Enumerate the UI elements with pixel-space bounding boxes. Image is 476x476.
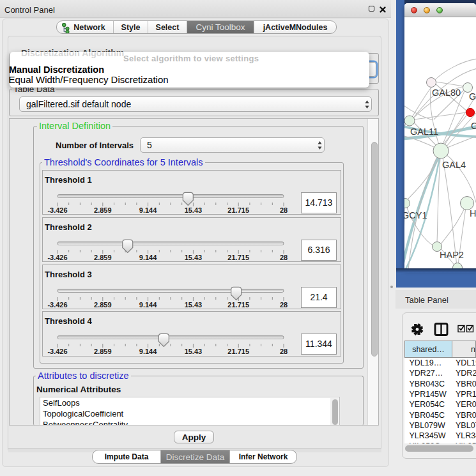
svg-text:9.144: 9.144 (139, 301, 157, 309)
svg-text:C: C (471, 121, 476, 131)
svg-text:21.715: 21.715 (227, 206, 249, 214)
svg-text:28: 28 (280, 254, 288, 261)
svg-text:-3.426: -3.426 (47, 206, 67, 214)
svg-text:15.43: 15.43 (185, 254, 203, 261)
svg-text:21.715: 21.715 (227, 348, 249, 355)
svg-text:-3.426: -3.426 (47, 301, 67, 309)
svg-text:9.144: 9.144 (139, 348, 157, 355)
svg-text:9.144: 9.144 (139, 206, 157, 214)
svg-text:2.859: 2.859 (94, 301, 112, 309)
svg-text:15.43: 15.43 (185, 206, 203, 214)
svg-text:-3.426: -3.426 (47, 254, 67, 261)
svg-text:9.144: 9.144 (139, 254, 157, 261)
svg-text:2.859: 2.859 (94, 206, 112, 214)
svg-text:15.43: 15.43 (185, 301, 203, 309)
svg-text:-3.426: -3.426 (47, 348, 67, 355)
svg-text:GA: GA (469, 91, 476, 102)
svg-text:28: 28 (280, 348, 288, 355)
svg-text:28: 28 (280, 206, 288, 214)
svg-text:GAL11: GAL11 (410, 127, 438, 137)
svg-text:2.859: 2.859 (94, 348, 112, 355)
svg-text:15.43: 15.43 (185, 348, 203, 355)
svg-text:GAL4: GAL4 (442, 160, 466, 170)
svg-text:2.859: 2.859 (94, 254, 112, 261)
svg-text:GAL80: GAL80 (432, 88, 461, 98)
svg-text:21.715: 21.715 (227, 301, 249, 309)
svg-text:H: H (470, 208, 476, 219)
svg-text:HAP2: HAP2 (440, 250, 464, 260)
svg-text:GCY1: GCY1 (404, 210, 427, 220)
svg-text:21.715: 21.715 (227, 254, 249, 261)
svg-text:28: 28 (280, 301, 288, 309)
